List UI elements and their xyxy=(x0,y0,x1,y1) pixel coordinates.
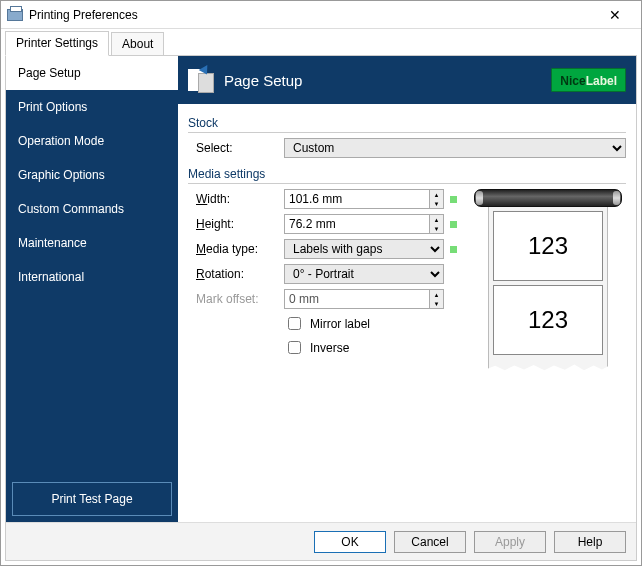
page-setup-icon xyxy=(188,65,216,95)
tab-printer-settings[interactable]: Printer Settings xyxy=(5,31,109,56)
section-stock: Stock xyxy=(188,116,626,133)
section-media: Media settings xyxy=(188,167,626,184)
sidebar-item-page-setup[interactable]: Page Setup xyxy=(6,56,178,90)
tabstrip: Printer Settings About xyxy=(1,29,641,55)
sidebar-item-graphic-options[interactable]: Graphic Options xyxy=(6,158,178,192)
inverse-label: Inverse xyxy=(310,341,349,355)
titlebar: Printing Preferences ✕ xyxy=(1,1,641,29)
sidebar-item-operation-mode[interactable]: Operation Mode xyxy=(6,124,178,158)
sidebar-item-print-options[interactable]: Print Options xyxy=(6,90,178,124)
main-panel: Page Setup NiceLabel Stock Select: Custo… xyxy=(178,56,636,522)
indicator-icon xyxy=(450,196,457,203)
indicator-icon xyxy=(450,246,457,253)
ok-button[interactable]: OK xyxy=(314,531,386,553)
width-spinner[interactable]: ▲▼ xyxy=(430,189,444,209)
rotation-select[interactable]: 0° - Portrait xyxy=(284,264,444,284)
sidebar-item-international[interactable]: International xyxy=(6,260,178,294)
dialog-footer: OK Cancel Apply Help xyxy=(6,522,636,560)
media-type-label: Media type: xyxy=(188,242,278,256)
tab-about[interactable]: About xyxy=(111,32,164,56)
help-button[interactable]: Help xyxy=(554,531,626,553)
window-title: Printing Preferences xyxy=(29,8,595,22)
print-test-page-button[interactable]: Print Test Page xyxy=(12,482,172,516)
mirror-label: Mirror label xyxy=(310,317,370,331)
height-input[interactable] xyxy=(284,214,430,234)
height-label: Height: xyxy=(188,217,278,231)
sidebar-item-custom-commands[interactable]: Custom Commands xyxy=(6,192,178,226)
close-button[interactable]: ✕ xyxy=(595,3,635,27)
height-spinner[interactable]: ▲▼ xyxy=(430,214,444,234)
preview-label-2: 123 xyxy=(493,285,603,355)
media-type-select[interactable]: Labels with gaps xyxy=(284,239,444,259)
width-label: Width: xyxy=(188,192,278,206)
indicator-icon xyxy=(450,221,457,228)
form: Stock Select: Custom Media settings Widt… xyxy=(178,104,636,380)
preview-label-1: 123 xyxy=(493,211,603,281)
tab-panel: Page Setup Print Options Operation Mode … xyxy=(5,55,637,561)
sidebar-item-maintenance[interactable]: Maintenance xyxy=(6,226,178,260)
cancel-button[interactable]: Cancel xyxy=(394,531,466,553)
width-input[interactable] xyxy=(284,189,430,209)
page-title: Page Setup xyxy=(224,72,302,89)
stock-select[interactable]: Custom xyxy=(284,138,626,158)
apply-button: Apply xyxy=(474,531,546,553)
select-label: Select: xyxy=(188,141,278,155)
page-header: Page Setup NiceLabel xyxy=(178,56,636,104)
mark-offset-input xyxy=(284,289,430,309)
printer-icon xyxy=(7,9,23,21)
mark-offset-spinner: ▲▼ xyxy=(430,289,444,309)
roller-graphic xyxy=(474,189,622,207)
rotation-label: Rotation: xyxy=(188,267,278,281)
torn-edge xyxy=(488,363,608,371)
sidebar: Page Setup Print Options Operation Mode … xyxy=(6,56,178,522)
brand-badge: NiceLabel xyxy=(551,68,626,92)
mirror-checkbox[interactable] xyxy=(288,317,301,330)
label-preview: 123 123 xyxy=(474,189,622,371)
inverse-checkbox[interactable] xyxy=(288,341,301,354)
mark-offset-label: Mark offset: xyxy=(188,292,278,306)
